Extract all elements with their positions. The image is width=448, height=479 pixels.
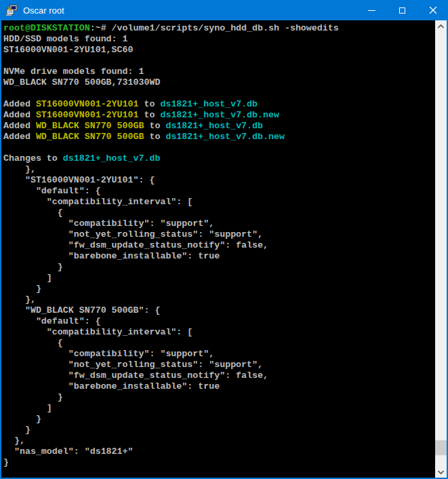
scrollbar-thumb[interactable]	[435, 440, 447, 455]
terminal-line	[3, 142, 435, 153]
terminal-line: ST16000VN001-2YU101,SC60	[3, 45, 435, 56]
terminal-line: }	[3, 457, 435, 468]
terminal-line: Added WD_BLACK SN770 500GB to ds1821+_ho…	[3, 121, 435, 132]
terminal-line: "default": {	[3, 316, 435, 327]
chevron-down-icon	[437, 470, 445, 475]
putty-app-icon	[5, 5, 18, 16]
terminal-line: Changes to ds1821+_host_v7.db	[3, 153, 435, 164]
terminal-line: "compatibility_interval": [	[3, 197, 435, 208]
putty-window: Oscar root root@DISKSTATION:~# /volume1/…	[0, 0, 448, 479]
terminal-screen[interactable]: root@DISKSTATION:~# /volume1/scripts/syn…	[1, 20, 435, 478]
terminal-line: },	[3, 294, 435, 305]
window-title: Oscar root	[23, 5, 64, 16]
close-button[interactable]	[418, 0, 448, 20]
terminal-line: "not_yet_rolling_status": "support",	[3, 360, 435, 370]
scrollbar-up-button[interactable]	[435, 20, 447, 32]
terminal-line: Added WD_BLACK SN770 500GB to ds1821+_ho…	[3, 132, 435, 142]
scrollbar-down-button[interactable]	[435, 466, 447, 478]
terminal-line: HDD/SSD models found: 1	[3, 34, 435, 45]
minimize-button[interactable]	[357, 0, 387, 20]
terminal-line: }	[3, 425, 435, 436]
chevron-up-icon	[437, 24, 445, 29]
terminal-line: ]	[3, 273, 435, 284]
terminal-line: "nas_model": "ds1821+"	[3, 446, 435, 457]
terminal-line: NVMe drive models found: 1	[3, 66, 435, 77]
titlebar[interactable]: Oscar root	[0, 0, 448, 20]
terminal-line: "WD_BLACK SN770 500GB": {	[3, 305, 435, 316]
terminal-line: "ST16000VN001-2YU101": {	[3, 175, 435, 186]
terminal-line	[3, 88, 435, 99]
terminal-line: "compatibility_interval": [	[3, 327, 435, 338]
terminal-line	[3, 56, 435, 66]
terminal-line: }	[3, 262, 435, 273]
terminal-line: },	[3, 164, 435, 175]
terminal-line: },	[3, 436, 435, 446]
terminal-line: root@DISKSTATION:~# /volume1/scripts/syn…	[3, 23, 435, 34]
terminal-line: Added ST16000VN001-2YU101 to ds1821+_hos…	[3, 99, 435, 110]
window-body: root@DISKSTATION:~# /volume1/scripts/syn…	[0, 20, 448, 479]
terminal-output: root@DISKSTATION:~# /volume1/scripts/syn…	[3, 23, 435, 468]
close-icon	[429, 6, 437, 14]
terminal-line: Added ST16000VN001-2YU101 to ds1821+_hos…	[3, 110, 435, 121]
maximize-button[interactable]	[387, 0, 418, 20]
terminal-line: ]	[3, 403, 435, 414]
terminal-line: "fw_dsm_update_status_notify": false,	[3, 370, 435, 381]
terminal-line: {	[3, 208, 435, 218]
terminal-line: "barebone_installable": true	[3, 251, 435, 262]
terminal-line: "fw_dsm_update_status_notify": false,	[3, 240, 435, 251]
terminal-line: "not_yet_rolling_status": "support",	[3, 229, 435, 240]
scrollbar[interactable]	[435, 20, 447, 478]
terminal-line: }	[3, 392, 435, 403]
terminal-line: "barebone_installable": true	[3, 381, 435, 392]
terminal-line: }	[3, 414, 435, 425]
terminal-line: "default": {	[3, 186, 435, 197]
terminal-line: WD_BLACK SN770 500GB,731030WD	[3, 77, 435, 88]
terminal-line: "compatibility": "support",	[3, 218, 435, 229]
window-controls	[357, 0, 448, 20]
terminal-line: }	[3, 284, 435, 294]
terminal-line: {	[3, 338, 435, 349]
maximize-icon	[399, 7, 405, 14]
terminal-line: "compatibility": "support",	[3, 349, 435, 360]
minimize-icon	[368, 10, 375, 11]
